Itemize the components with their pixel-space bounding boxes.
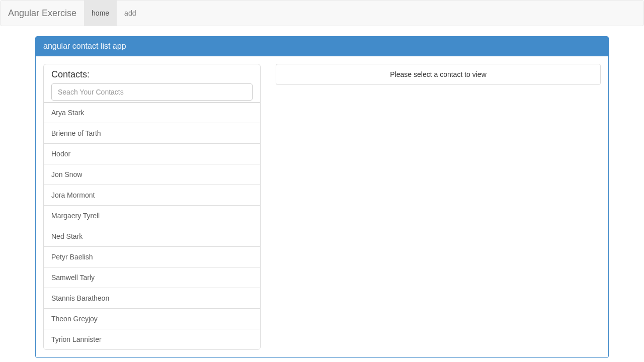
list-item[interactable]: Brienne of Tarth bbox=[44, 123, 260, 143]
nav-item-add[interactable]: add bbox=[117, 1, 143, 26]
list-item[interactable]: Ned Stark bbox=[44, 226, 260, 246]
navbar-brand[interactable]: Angular Exercise bbox=[1, 1, 84, 26]
search-wrap bbox=[44, 83, 260, 101]
contacts-column: Contacts: Arya Stark Brienne of Tarth Ho… bbox=[43, 64, 261, 350]
list-item[interactable]: Stannis Baratheon bbox=[44, 288, 260, 308]
list-item[interactable]: Tyrion Lannister bbox=[44, 329, 260, 349]
main-panel: angular contact list app Contacts: Arya … bbox=[35, 36, 609, 358]
navbar: Angular Exercise home add bbox=[0, 0, 644, 26]
contacts-list-group: Contacts: Arya Stark Brienne of Tarth Ho… bbox=[43, 64, 261, 350]
list-item[interactable]: Samwell Tarly bbox=[44, 267, 260, 288]
panel-body: Contacts: Arya Stark Brienne of Tarth Ho… bbox=[36, 56, 608, 357]
list-item[interactable]: Arya Stark bbox=[44, 103, 260, 123]
list-item[interactable]: Jora Mormont bbox=[44, 185, 260, 205]
list-item[interactable]: Petyr Baelish bbox=[44, 246, 260, 267]
contacts-header: Contacts: bbox=[44, 64, 260, 83]
search-input[interactable] bbox=[51, 83, 253, 101]
list-item[interactable]: Theon Greyjoy bbox=[44, 308, 260, 329]
detail-placeholder: Please select a contact to view bbox=[276, 64, 601, 85]
detail-column: Please select a contact to view bbox=[276, 64, 601, 85]
list-item[interactable]: Jon Snow bbox=[44, 164, 260, 185]
list-item[interactable]: Hodor bbox=[44, 143, 260, 164]
nav-item-home[interactable]: home bbox=[84, 1, 117, 26]
main-container: angular contact list app Contacts: Arya … bbox=[28, 36, 616, 358]
contacts-list: Arya Stark Brienne of Tarth Hodor Jon Sn… bbox=[44, 102, 260, 349]
list-item[interactable]: Margaery Tyrell bbox=[44, 205, 260, 226]
panel-heading: angular contact list app bbox=[36, 37, 608, 56]
